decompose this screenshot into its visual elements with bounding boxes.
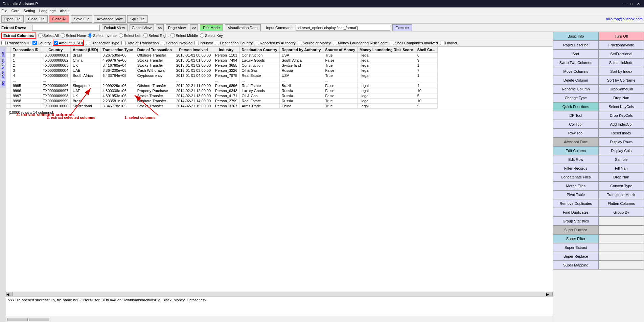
edit-mode-button[interactable]: Edit Mode	[200, 24, 223, 31]
move-columns-button[interactable]: Move Columns	[553, 67, 599, 76]
close-file-button[interactable]: Close File	[25, 15, 48, 23]
radio-select-right[interactable]: Select Right	[143, 33, 168, 38]
sort-button[interactable]: Sort	[553, 49, 599, 58]
h-thumb2[interactable]	[29, 318, 49, 321]
col-check-source[interactable]: Source of Money	[298, 41, 331, 45]
row-tool-button[interactable]: Row Tool	[553, 129, 599, 137]
col-header-type[interactable]: Transaction Type	[100, 47, 135, 53]
transpose-matrix-button[interactable]: Transpose Matrix	[599, 190, 644, 199]
super-filter-button[interactable]: Super Filter	[553, 234, 599, 243]
rapid-describe-button[interactable]: Rapid Describe	[553, 41, 599, 49]
col-header-country[interactable]: Country	[41, 47, 70, 53]
open-file-button[interactable]: Open File	[1, 15, 24, 23]
col-check-amount-usd[interactable]: Amount (USD)	[53, 40, 84, 46]
close-all-button[interactable]: Close All	[49, 15, 70, 23]
prev-page-button[interactable]: <<	[156, 24, 164, 31]
pivot-table-button[interactable]: Pivot Table	[553, 190, 599, 199]
col-header-transaction-id[interactable]: Transaction ID	[11, 47, 41, 53]
col-header-person[interactable]: Person Involved	[174, 47, 213, 53]
col-check-shell[interactable]: Shell Companies Involved	[390, 41, 438, 45]
radio-select-middle[interactable]: Select Middle	[170, 33, 198, 38]
data-table-container[interactable]: Transaction ID Country Amount (USD) Tran…	[6, 47, 553, 291]
col-header-shell[interactable]: Shell Co...	[415, 47, 437, 53]
col-header-reported[interactable]: Reported by Authority	[279, 47, 323, 53]
next-page-button[interactable]: >>	[190, 24, 198, 31]
menu-about[interactable]: About	[60, 9, 70, 13]
swap-two-columns-button[interactable]: Swap Two Columns	[553, 58, 599, 67]
df-tool-button[interactable]: DF Tool	[553, 111, 599, 120]
menu-file[interactable]: File	[1, 9, 7, 13]
execute-button[interactable]: Execute	[392, 24, 412, 31]
visualization-button[interactable]: Visualization Data	[225, 24, 261, 31]
sort-by-index-button[interactable]: Sort by Index	[599, 67, 644, 76]
file-tab[interactable]: Big_Black_Money_Dat...	[0, 47, 6, 88]
col-header-industry[interactable]: Industry	[213, 47, 239, 53]
col-check-risk-score[interactable]: Money Laundering Risk Score	[333, 41, 388, 45]
col-check-country[interactable]: Country	[32, 41, 51, 45]
extract-rows-input[interactable]	[32, 25, 100, 31]
set-fractional-button[interactable]: SetFractional	[599, 49, 644, 58]
sample-button[interactable]: Sample	[599, 155, 644, 164]
col-check-industry[interactable]: Industry	[194, 41, 213, 45]
input-command-field[interactable]	[296, 25, 390, 31]
scientific-mode-button[interactable]: ScientificMode	[599, 58, 644, 67]
display-rows-button[interactable]: Display Rows	[599, 137, 644, 146]
sort-by-colname-button[interactable]: Sort by ColName	[599, 76, 644, 85]
fractional-mode-button[interactable]: FractionalMode	[599, 41, 644, 49]
add-indexcol-button[interactable]: Add IndexCol	[599, 120, 644, 129]
col-check-financi[interactable]: Financi...	[440, 41, 460, 45]
default-view-button[interactable]: Default View	[102, 24, 128, 31]
turn-off-button[interactable]: Turn Off	[599, 32, 644, 41]
col-check-person[interactable]: Person Involved	[161, 41, 192, 45]
global-view-button[interactable]: Global View	[130, 24, 154, 31]
page-view-button[interactable]: Page View	[166, 24, 188, 31]
select-keycols-button[interactable]: Select KeyCols	[599, 102, 644, 111]
reset-index-button[interactable]: Reset Index	[599, 129, 644, 137]
col-header-date[interactable]: Date of Transaction	[135, 47, 174, 53]
super-replace-button[interactable]: Super Replace	[553, 252, 599, 261]
h-scrollbar[interactable]: ◀ ▶	[6, 291, 553, 296]
fill-nan-button[interactable]: Fill Nan	[599, 164, 644, 173]
h-scroll-right[interactable]: ▶	[546, 292, 553, 296]
basic-info-button[interactable]: Basic Info	[553, 32, 599, 41]
col-check-dest-country[interactable]: Destination Country	[215, 41, 253, 45]
col-header-source[interactable]: Source of Money	[323, 47, 358, 53]
maximize-button[interactable]: □	[629, 2, 634, 6]
h-thumb[interactable]	[7, 318, 28, 321]
col-check-transaction-type[interactable]: Transaction Type	[86, 41, 119, 45]
concatenate-files-button[interactable]: Concatenate Files	[553, 173, 599, 181]
col-check-date[interactable]: Date of Transaction	[121, 41, 159, 45]
display-cols-button[interactable]: Display Cols	[599, 146, 644, 155]
col-header-dest[interactable]: Destination Country	[239, 47, 279, 53]
menu-language[interactable]: Language	[39, 9, 56, 13]
rename-column-button[interactable]: Rename Column	[553, 85, 599, 93]
convert-type-button[interactable]: Convert Type	[599, 181, 644, 190]
col-check-reported[interactable]: Reported by Authority	[255, 41, 296, 45]
col-header-amount[interactable]: Amount (USD)	[71, 47, 100, 53]
quick-functions-button[interactable]: Quick Functions	[553, 102, 599, 111]
remove-duplicates-button[interactable]: Remove Duplicates	[553, 199, 599, 208]
col-header-risk[interactable]: Money Laundering Risk Score	[358, 47, 415, 53]
minimize-button[interactable]: ─	[623, 2, 628, 6]
radio-select-all[interactable]: Select All	[38, 33, 59, 38]
edit-row-button[interactable]: Edit Row	[553, 155, 599, 164]
group-statistics-button[interactable]: Group Statistics	[553, 217, 599, 226]
group-by-button[interactable]: Group By	[599, 208, 644, 217]
merge-files-button[interactable]: Merge Files	[553, 181, 599, 190]
radio-select-none[interactable]: Select None	[61, 33, 86, 38]
menu-core[interactable]: Core	[12, 9, 20, 13]
h-scroll-left[interactable]: ◀	[6, 292, 13, 296]
radio-select-key[interactable]: Select Key	[200, 33, 223, 38]
radio-select-left[interactable]: Select Left	[119, 33, 141, 38]
advanced-save-button[interactable]: Advanced Save	[94, 15, 126, 23]
save-file-button[interactable]: Save File	[71, 15, 92, 23]
drop-same-col-button[interactable]: DropSameCol	[599, 85, 644, 93]
super-mapping-button[interactable]: Super Mapping	[553, 261, 599, 270]
drop-keycols-button[interactable]: Drop KeyCols	[599, 111, 644, 120]
col-check-transaction-id[interactable]: Transaction ID	[1, 41, 30, 45]
menu-setting[interactable]: Setting	[24, 9, 35, 13]
close-button[interactable]: ✕	[636, 2, 641, 6]
change-type-button[interactable]: Change Type	[553, 93, 599, 102]
delete-column-button[interactable]: Delete Column	[553, 76, 599, 85]
split-file-button[interactable]: Split File	[127, 15, 147, 23]
